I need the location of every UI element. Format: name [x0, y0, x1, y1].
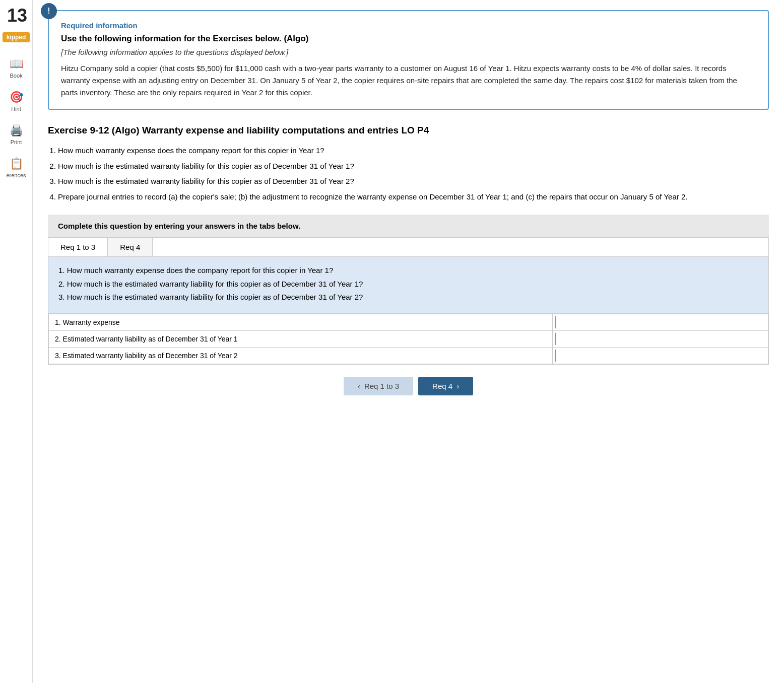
info-icon: ! [41, 3, 57, 19]
tab-question-area: 1. How much warranty expense does the co… [48, 257, 768, 314]
answer-label-3: 3. Estimated warranty liability as of De… [49, 347, 553, 364]
question-4: Prepare journal entries to record (a) th… [58, 191, 769, 203]
answer-input-cell-1[interactable] [552, 314, 768, 330]
answer-label-1: 1. Warranty expense [49, 314, 553, 330]
sidebar-item-print[interactable]: 🖨️ Print [0, 118, 32, 151]
exercise-questions: How much warranty expense does the compa… [58, 145, 769, 202]
info-box-heading: Use the following information for the Ex… [61, 34, 756, 44]
tab-question-1: 1. How much warranty expense does the co… [58, 265, 758, 277]
sidebar-item-book[interactable]: 📖 Book [0, 51, 32, 85]
tab-content-req1to3: 1. How much warranty expense does the co… [48, 257, 768, 364]
question-1: How much warranty expense does the compa… [58, 145, 769, 157]
sidebar-item-hint[interactable]: 🎯 Hint [0, 85, 32, 118]
prev-arrow-icon: ‹ [358, 382, 360, 390]
sidebar-badge: kipped [3, 32, 30, 42]
next-button-label: Req 4 [432, 382, 452, 390]
next-button[interactable]: Req 4 › [418, 377, 473, 395]
sidebar-label-references: erences [6, 172, 26, 178]
sidebar: 13 kipped 📖 Book 🎯 Hint 🖨️ Print 📋 erenc… [0, 0, 33, 683]
tabs-header: Req 1 to 3 Req 4 [48, 238, 768, 257]
answer-label-2: 2. Estimated warranty liability as of De… [49, 330, 553, 347]
prev-button-label: Req 1 to 3 [364, 382, 399, 390]
instruction-box: Complete this question by entering your … [48, 215, 769, 237]
info-box-tag: Required information [61, 21, 756, 30]
main-content: ! Required information Use the following… [33, 0, 784, 683]
nav-buttons: ‹ Req 1 to 3 Req 4 › [48, 377, 769, 395]
exercise-heading: Exercise 9-12 (Algo) Warranty expense an… [48, 125, 769, 136]
answer-row-2: 2. Estimated warranty liability as of De… [49, 330, 768, 347]
next-arrow-icon: › [456, 382, 459, 390]
sidebar-label-book: Book [10, 73, 22, 79]
answer-input-cell-2[interactable] [552, 330, 768, 347]
question-3: How much is the estimated warranty liabi… [58, 176, 769, 187]
info-box-body: Hitzu Company sold a copier (that costs … [61, 62, 756, 99]
prev-button[interactable]: ‹ Req 1 to 3 [344, 377, 413, 395]
answer-input-1[interactable] [555, 316, 766, 328]
answer-row-3: 3. Estimated warranty liability as of De… [49, 347, 768, 364]
tab-req1to3[interactable]: Req 1 to 3 [48, 238, 108, 256]
book-icon: 📖 [10, 57, 23, 71]
answer-input-cell-3[interactable] [552, 347, 768, 364]
question-2: How much is the estimated warranty liabi… [58, 161, 769, 172]
print-icon: 🖨️ [10, 124, 23, 137]
tab-req4[interactable]: Req 4 [108, 238, 153, 256]
sidebar-number: 13 [5, 5, 27, 26]
info-box: ! Required information Use the following… [48, 10, 769, 110]
answer-input-3[interactable] [555, 350, 766, 362]
answer-table: 1. Warranty expense 2. Estimated warrant… [48, 314, 768, 364]
answer-row-1: 1. Warranty expense [49, 314, 768, 330]
answer-input-2[interactable] [555, 333, 766, 345]
tab-question-3: 3. How much is the estimated warranty li… [58, 292, 758, 303]
sidebar-label-print: Print [11, 139, 22, 145]
sidebar-label-hint: Hint [11, 106, 21, 112]
tab-question-2: 2. How much is the estimated warranty li… [58, 279, 758, 290]
instruction-text: Complete this question by entering your … [58, 222, 300, 230]
hint-icon: 🎯 [10, 91, 23, 104]
info-box-subtitle: [The following information applies to th… [61, 48, 756, 56]
references-icon: 📋 [10, 157, 23, 170]
tabs-container: Req 1 to 3 Req 4 1. How much warranty ex… [48, 237, 769, 365]
sidebar-item-references[interactable]: 📋 erences [0, 151, 32, 184]
